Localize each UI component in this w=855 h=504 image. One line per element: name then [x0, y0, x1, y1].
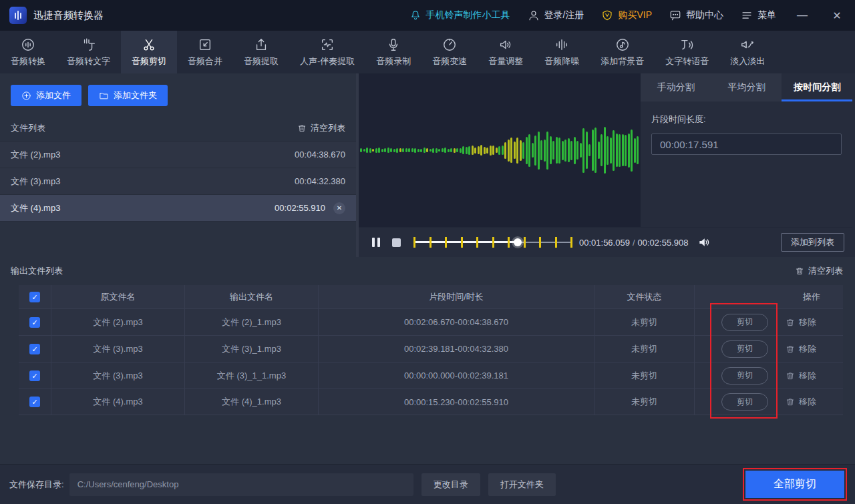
tab-label: 音频合并 [188, 55, 222, 67]
source-filename: 文件 (4).mp3 [51, 389, 185, 415]
segment-tick [539, 237, 541, 248]
remove-label: 移除 [799, 370, 816, 382]
add-file-label: 添加文件 [36, 89, 71, 101]
trash-icon [297, 123, 307, 133]
menu-button[interactable]: 菜单 [741, 9, 776, 21]
row-checkbox[interactable]: ✓ [29, 317, 40, 328]
tab-label: 人声-伴奏提取 [300, 55, 355, 67]
save-dir-input[interactable] [69, 473, 413, 496]
segment-tick [413, 237, 415, 248]
col-source-header: 原文件名 [51, 285, 185, 308]
tab-label: 文字转语音 [665, 55, 709, 67]
toolbar-tab-record[interactable]: 音频录制 [365, 31, 421, 73]
row-checkbox[interactable]: ✓ [29, 397, 40, 407]
close-button[interactable]: ✕ [828, 7, 846, 24]
toolbar-tab-volume[interactable]: 音量调整 [478, 31, 534, 73]
time-display: 00:01:56.059/00:02:55.908 [579, 238, 688, 248]
file-panel: 添加文件 添加文件夹 文件列表 清空列表 文件 (2).mp3 00:04:38… [0, 73, 359, 257]
table-row: ✓ 文件 (3).mp3 文件 (3)_1_1.mp3 00:00:00.000… [19, 362, 843, 389]
tab-label: 音频录制 [376, 55, 411, 67]
toolbar-tab-extract[interactable]: 音频提取 [233, 31, 289, 73]
remove-button[interactable]: 移除 [786, 316, 816, 328]
clear-output-list-button[interactable]: 清空列表 [795, 265, 843, 277]
minimize-button[interactable]: — [794, 7, 811, 24]
remove-label: 移除 [799, 343, 816, 355]
file-row[interactable]: 文件 (3).mp3 00:04:32.380 [0, 168, 356, 195]
trash-icon [786, 318, 795, 327]
audio-to-text-icon [81, 37, 96, 52]
toolbar-tab-fade[interactable]: 淡入淡出 [719, 31, 776, 73]
toolbar-tab-speed[interactable]: 音频变速 [421, 31, 478, 73]
tab-average-split[interactable]: 平均分割 [711, 73, 782, 101]
toolbar-tab-merge[interactable]: 音频合并 [177, 31, 233, 73]
top-section: 添加文件 添加文件夹 文件列表 清空列表 文件 (2).mp3 00:04:38… [0, 73, 855, 257]
cut-all-button[interactable]: 全部剪切 [745, 471, 844, 498]
tab-manual-split[interactable]: 手动分割 [641, 73, 711, 101]
cut-button[interactable]: 剪切 [721, 340, 768, 358]
total-time: 00:02:55.908 [638, 238, 689, 248]
remove-label: 移除 [799, 396, 816, 408]
add-file-button[interactable]: 添加文件 [11, 85, 81, 106]
segment-tick [524, 237, 526, 248]
tab-label: 音频转换 [11, 55, 45, 67]
row-checkbox[interactable]: ✓ [29, 344, 40, 354]
extract-icon [254, 37, 269, 52]
user-icon [528, 9, 540, 21]
file-row[interactable]: 文件 (2).mp3 00:04:38.670 [0, 142, 356, 168]
segment-range: 00:02:06.670-00:04:38.670 [319, 309, 594, 335]
menu-label: 菜单 [757, 9, 776, 21]
open-folder-button[interactable]: 打开文件夹 [488, 473, 556, 496]
file-row-selected[interactable]: 文件 (4).mp3 00:02:55.910 ✕ [0, 195, 356, 222]
output-filename: 文件 (3)_1_1.mp3 [185, 362, 319, 389]
vip-shield-icon [601, 9, 613, 21]
volume-icon[interactable] [697, 236, 711, 249]
add-folder-button[interactable]: 添加文件夹 [88, 85, 168, 106]
pause-button[interactable] [372, 238, 380, 247]
progress-thumb[interactable] [514, 238, 522, 246]
merge-icon [198, 37, 212, 52]
cut-all-highlight: 全部剪切 [743, 468, 847, 501]
cut-button[interactable]: 剪切 [721, 367, 768, 385]
toolbar-tab-audio-to-text[interactable]: 音频转文字 [56, 31, 121, 73]
segment-duration-input[interactable] [651, 134, 842, 155]
toolbar-tab-denoise[interactable]: 音频降噪 [534, 31, 590, 73]
clear-file-list-button[interactable]: 清空列表 [297, 122, 345, 134]
help-center-button[interactable]: 帮助中心 [669, 9, 723, 21]
player-bar: 00:01:56.059/00:02:55.908 添加到列表 [359, 227, 852, 257]
help-label: 帮助中心 [686, 9, 723, 21]
stop-button[interactable] [392, 238, 401, 247]
cut-button[interactable]: 剪切 [721, 393, 768, 411]
select-all-checkbox[interactable]: ✓ [29, 292, 40, 302]
buy-vip-button[interactable]: 购买VIP [601, 9, 652, 21]
save-dir-label: 文件保存目录: [9, 479, 64, 491]
change-dir-button[interactable]: 更改目录 [421, 473, 480, 496]
toolbar-tab-text-to-speech[interactable]: 文字转语音 [655, 31, 719, 73]
toolbar-tab-vocal-separation[interactable]: 人声-伴奏提取 [289, 31, 365, 73]
login-button[interactable]: 登录/注册 [528, 9, 584, 21]
toolbar-tab-audio-cut[interactable]: 音频剪切 [121, 31, 177, 73]
file-duration: 00:04:38.670 [295, 150, 345, 160]
add-to-list-button[interactable]: 添加到列表 [781, 233, 844, 252]
current-time: 00:01:56.059 [579, 238, 630, 248]
row-checkbox[interactable]: ✓ [29, 370, 40, 381]
remove-button[interactable]: 移除 [786, 396, 816, 408]
remove-button[interactable]: 移除 [786, 370, 816, 382]
remove-file-icon[interactable]: ✕ [333, 202, 345, 214]
background-sound-icon [615, 37, 630, 52]
ringtone-tool-link[interactable]: 手机铃声制作小工具 [409, 9, 510, 21]
progress-track[interactable] [414, 236, 571, 248]
toolbar-tab-background-sound[interactable]: 添加背景音 [590, 31, 655, 73]
clear-file-list-label: 清空列表 [311, 122, 345, 134]
cut-button[interactable]: 剪切 [721, 314, 768, 331]
file-status: 未剪切 [594, 309, 695, 335]
table-header: ✓ 原文件名 输出文件名 片段时间/时长 文件状态 操作 [19, 285, 843, 308]
bell-icon [409, 9, 421, 21]
tab-time-split[interactable]: 按时间分割 [782, 73, 852, 101]
col-ops-header: 操作 [695, 285, 843, 308]
time-separator: / [630, 238, 638, 248]
segment-tick [570, 237, 572, 248]
file-duration: 00:04:32.380 [295, 176, 345, 186]
clear-output-list-label: 清空列表 [808, 265, 843, 277]
toolbar-tab-convert[interactable]: 音频转换 [0, 31, 56, 73]
remove-button[interactable]: 移除 [786, 343, 816, 355]
